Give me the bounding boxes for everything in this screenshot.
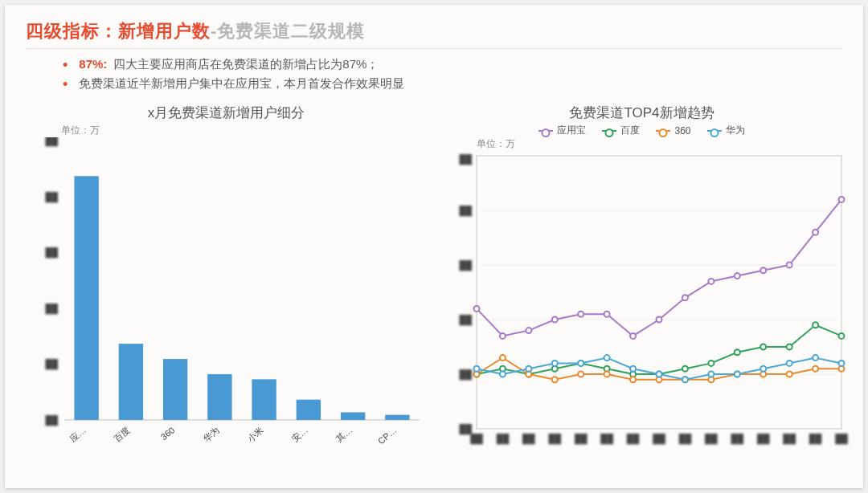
line-chart-unit: 单位：万: [477, 137, 842, 151]
svg-point-47: [813, 230, 818, 235]
svg-point-58: [708, 361, 714, 366]
svg-text:██: ██: [45, 191, 58, 203]
charts-row: x月免费渠道新增用户细分 单位：万 ████████████应…百度360华为小…: [26, 99, 842, 458]
line-chart-legend: 应用宝 百度 360 华为: [441, 124, 842, 137]
legend-item-2: 百度: [602, 124, 640, 137]
svg-text:██: ██: [809, 433, 822, 445]
slide: 四级指标：新增用户数-免费渠道二级规模 87%: 四大主要应用商店在免费渠道的新…: [5, 5, 863, 488]
svg-text:██: ██: [459, 205, 472, 217]
svg-text:百度: 百度: [113, 425, 133, 443]
svg-text:应…: 应…: [68, 425, 88, 443]
svg-text:其…: 其…: [334, 425, 354, 443]
svg-point-76: [787, 372, 792, 377]
title-sub: -免费渠道二级规模: [211, 21, 365, 41]
bar-chart-title: x月免费渠道新增用户细分: [26, 104, 427, 122]
svg-point-91: [787, 361, 792, 366]
svg-rect-7: [74, 176, 98, 420]
svg-text:██: ██: [45, 246, 58, 259]
svg-point-82: [552, 361, 558, 366]
line-chart-panel: 免费渠道TOP4新增趋势 应用宝 百度 360 华为 单位：万 ████████…: [441, 99, 842, 458]
svg-point-62: [813, 322, 818, 328]
svg-point-43: [708, 279, 714, 284]
svg-text:██: ██: [757, 433, 770, 445]
svg-point-87: [682, 377, 688, 382]
bullet-1-highlight: 87%:: [79, 57, 107, 71]
svg-text:██: ██: [705, 433, 718, 445]
title-main: 四级指标：新增用户数: [26, 21, 211, 41]
svg-point-77: [813, 366, 818, 372]
svg-point-42: [682, 295, 688, 300]
svg-text:██: ██: [45, 358, 58, 370]
svg-text:华为: 华为: [201, 425, 221, 443]
svg-point-44: [735, 273, 740, 279]
svg-rect-23: [477, 156, 841, 429]
svg-point-65: [500, 355, 506, 361]
svg-point-88: [708, 372, 714, 377]
svg-text:██: ██: [731, 433, 743, 445]
svg-point-86: [657, 372, 662, 377]
legend-item-1: 应用宝: [538, 124, 586, 137]
svg-text:██: ██: [45, 137, 58, 147]
svg-text:CP…: CP…: [376, 425, 399, 446]
line-chart: ████████████████████████████████████████…: [441, 151, 851, 456]
svg-point-93: [839, 361, 845, 366]
svg-point-57: [682, 366, 688, 372]
bullet-1: 87%: 四大主要应用商店在免费渠道的新增占比为87%；: [63, 57, 842, 73]
svg-point-34: [474, 306, 480, 312]
svg-rect-8: [119, 344, 143, 420]
svg-text:██: ██: [679, 433, 692, 445]
svg-rect-13: [341, 413, 365, 420]
slide-title: 四级指标：新增用户数-免费渠道二级规模: [26, 19, 842, 49]
svg-point-39: [604, 312, 610, 317]
svg-rect-11: [252, 379, 276, 420]
svg-point-36: [526, 328, 531, 333]
svg-point-85: [630, 366, 636, 372]
svg-rect-14: [385, 415, 409, 420]
svg-text:██: ██: [600, 433, 613, 445]
svg-text:小米: 小米: [245, 425, 265, 443]
svg-point-61: [787, 344, 792, 350]
svg-point-70: [630, 377, 636, 382]
svg-text:██: ██: [835, 433, 848, 445]
svg-point-59: [735, 349, 740, 355]
svg-text:██: ██: [497, 433, 510, 445]
bar-chart-panel: x月免费渠道新增用户细分 单位：万 ████████████应…百度360华为小…: [26, 99, 427, 458]
svg-point-46: [787, 263, 792, 268]
svg-text:██: ██: [470, 433, 483, 445]
svg-text:安…: 安…: [290, 425, 310, 443]
svg-text:██: ██: [45, 414, 58, 426]
svg-point-35: [500, 333, 506, 339]
svg-point-84: [604, 355, 610, 361]
svg-point-92: [813, 355, 818, 361]
svg-text:██: ██: [45, 303, 58, 315]
legend-item-3: 360: [656, 124, 690, 137]
svg-point-79: [474, 366, 480, 372]
svg-point-38: [578, 312, 583, 317]
bar-chart: ████████████应…百度360华为小米安…其…CP…: [26, 137, 428, 458]
bullet-1-text: 四大主要应用商店在免费渠道的新增占比为87%；: [113, 57, 379, 72]
svg-point-45: [760, 267, 766, 273]
svg-point-48: [839, 197, 845, 202]
bullet-2: 免费渠道近半新增用户集中在应用宝，本月首发合作效果明显: [63, 76, 842, 92]
svg-text:██: ██: [653, 433, 665, 445]
svg-point-90: [760, 366, 766, 372]
svg-rect-10: [207, 374, 231, 420]
legend-item-4: 华为: [707, 124, 745, 137]
svg-text:██: ██: [783, 433, 796, 445]
bullet-list: 87%: 四大主要应用商店在免费渠道的新增占比为87%； 免费渠道近半新增用户集…: [31, 57, 842, 92]
svg-point-37: [552, 317, 558, 323]
svg-point-80: [500, 372, 506, 377]
svg-rect-12: [297, 400, 321, 420]
svg-point-60: [760, 344, 766, 350]
svg-point-63: [839, 333, 845, 339]
svg-text:██: ██: [459, 259, 472, 271]
line-chart-title: 免费渠道TOP4新增趋势: [441, 104, 842, 122]
bullet-2-text: 免费渠道近半新增用户集中在应用宝，本月首发合作效果明显: [79, 76, 404, 92]
svg-text:360: 360: [159, 425, 177, 442]
svg-point-67: [552, 377, 558, 382]
svg-point-68: [578, 372, 583, 377]
svg-point-69: [604, 372, 610, 377]
svg-point-81: [526, 366, 531, 372]
svg-text:██: ██: [459, 153, 472, 165]
svg-rect-9: [163, 359, 187, 420]
